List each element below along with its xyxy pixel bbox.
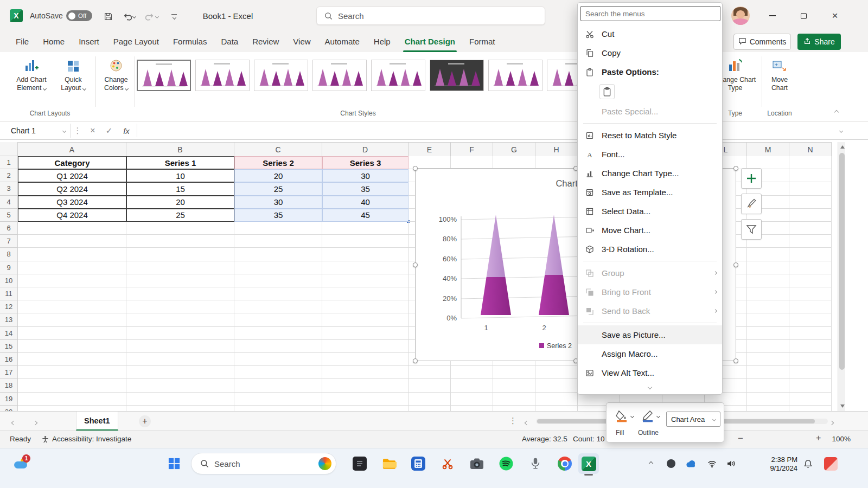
legend-label-series2[interactable]: Series 2 <box>547 342 572 350</box>
redo-button[interactable] <box>142 9 162 23</box>
zoom-level[interactable]: 100% <box>826 435 851 443</box>
tray-app-circle-icon[interactable] <box>663 453 679 474</box>
chart-handle-nw[interactable] <box>413 166 418 171</box>
cell-C2[interactable]: 20 <box>234 169 322 182</box>
quick-layout-button[interactable]: Quick Layout <box>58 56 89 92</box>
cell-C1[interactable]: Series 2 <box>234 156 322 169</box>
expand-formula-bar-icon[interactable] <box>834 124 847 138</box>
change-colors-button[interactable]: Change Colors <box>100 56 132 92</box>
menu-search-input[interactable] <box>580 6 720 21</box>
row-header-9[interactable]: 9 <box>0 261 18 274</box>
zoom-out-icon[interactable]: − <box>738 433 743 444</box>
collapse-ribbon-icon[interactable] <box>830 108 843 117</box>
cell-D2[interactable]: 30 <box>322 169 409 182</box>
row-header-17[interactable]: 17 <box>0 366 18 379</box>
share-button[interactable]: Share <box>797 34 841 50</box>
insert-function-icon[interactable]: fx <box>118 124 135 138</box>
cell-D4[interactable]: 40 <box>322 196 409 209</box>
cell-C4[interactable]: 30 <box>234 196 322 209</box>
cell-B1[interactable]: Series 1 <box>126 156 234 169</box>
file-explorer-icon[interactable] <box>379 453 399 474</box>
vertical-scroll-thumb[interactable] <box>839 153 845 370</box>
excel-app-icon[interactable]: X <box>10 9 23 22</box>
name-box-splitter-icon[interactable]: ⋮ <box>74 124 81 138</box>
taskbar-clock[interactable]: 2:38 PM 9/1/2024 <box>755 455 797 473</box>
scroll-down-icon[interactable] <box>840 404 845 408</box>
column-header-B[interactable]: B <box>126 143 234 157</box>
row-header-8[interactable]: 8 <box>0 248 18 261</box>
maximize-button[interactable] <box>791 0 816 31</box>
row-header-11[interactable]: 11 <box>0 287 18 300</box>
cell-B2[interactable]: 10 <box>126 169 234 182</box>
column-header-H[interactable]: H <box>535 143 578 157</box>
cancel-icon[interactable]: × <box>86 124 100 138</box>
cell-D5[interactable]: 45 <box>322 209 409 222</box>
chart-handle-se[interactable] <box>733 358 738 363</box>
row-header-3[interactable]: 3 <box>0 182 18 195</box>
autosave-toggle[interactable]: Off <box>66 10 92 21</box>
comments-button[interactable]: Comments <box>733 34 791 50</box>
sheet-bar-options-icon[interactable]: ⋮ <box>509 416 517 426</box>
fill-color-button[interactable] <box>615 409 634 422</box>
chart-handle-e[interactable] <box>733 262 738 267</box>
hscroll-left-icon[interactable] <box>525 417 528 427</box>
cell-D1[interactable]: Series 3 <box>322 156 409 169</box>
notifications-bell-icon[interactable] <box>800 453 816 474</box>
tab-help[interactable]: Help <box>367 31 398 52</box>
column-header-C[interactable]: C <box>234 143 322 157</box>
column-header-M[interactable]: M <box>747 143 789 157</box>
cell-B3[interactable]: 15 <box>126 182 234 195</box>
tab-chart-design[interactable]: Chart Design <box>398 31 462 52</box>
snipping-tool-icon[interactable] <box>437 453 458 474</box>
vertical-scrollbar[interactable] <box>838 142 845 411</box>
menu-item-copy[interactable]: Copy <box>578 43 722 62</box>
outline-color-button[interactable] <box>641 409 660 422</box>
wifi-icon[interactable] <box>703 453 720 474</box>
cell-B5[interactable]: 25 <box>126 209 234 222</box>
tab-view[interactable]: View <box>286 31 317 52</box>
pyramid2-series2-segment[interactable] <box>539 275 569 315</box>
cell-B4[interactable]: 20 <box>126 196 234 209</box>
row-header-10[interactable]: 10 <box>0 274 18 287</box>
tray-chevron-icon[interactable] <box>643 453 659 474</box>
chart-styles-button[interactable] <box>741 194 762 214</box>
menu-item-save-as-picture[interactable]: Save as Picture... <box>578 325 722 344</box>
menu-item-paste-special[interactable]: Paste Special... <box>578 102 722 121</box>
chart-style-thumbnail-7[interactable] <box>488 60 542 91</box>
column-header-G[interactable]: G <box>493 143 535 157</box>
row-header-2[interactable]: 2 <box>0 169 18 182</box>
menu-item-cut[interactable]: Cut <box>578 24 722 43</box>
tab-page-layout[interactable]: Page Layout <box>106 31 166 52</box>
add-sheet-button[interactable]: + <box>139 415 151 427</box>
paste-option-keep-formatting[interactable] <box>599 84 615 99</box>
chart-handle-w[interactable] <box>413 262 418 267</box>
tab-review[interactable]: Review <box>245 31 286 52</box>
widgets-icon[interactable]: 1 <box>11 453 31 474</box>
tab-format[interactable]: Format <box>462 31 502 52</box>
volume-icon[interactable] <box>723 453 740 474</box>
select-all-corner[interactable] <box>0 142 18 156</box>
customize-quick-access-icon[interactable] <box>166 9 182 23</box>
next-sheet-icon[interactable] <box>34 417 37 427</box>
menu-item-change-chart-type[interactable]: Change Chart Type... <box>578 164 722 183</box>
menu-item-font[interactable]: AFont... <box>578 145 722 164</box>
cell-A5[interactable]: Q4 2024 <box>18 209 126 222</box>
row-header-18[interactable]: 18 <box>0 379 18 392</box>
notepad-icon[interactable] <box>349 453 370 474</box>
row-header-12[interactable]: 12 <box>0 300 18 313</box>
menu-item-reset-to-match-style[interactable]: Reset to Match Style <box>578 126 722 145</box>
row-header-15[interactable]: 15 <box>0 340 18 353</box>
menu-item-save-as-template[interactable]: Save as Template... <box>578 183 722 202</box>
menu-item-send-to-back[interactable]: Send to Back <box>578 301 722 320</box>
chart-elements-button[interactable] <box>741 168 762 189</box>
row-header-19[interactable]: 19 <box>0 393 18 406</box>
cell-A3[interactable]: Q2 2024 <box>18 182 126 195</box>
tab-formulas[interactable]: Formulas <box>166 31 214 52</box>
cell-A4[interactable]: Q3 2024 <box>18 196 126 209</box>
tray-app-icon[interactable] <box>820 453 841 474</box>
row-header-7[interactable]: 7 <box>0 235 18 248</box>
chart-style-thumbnail-5[interactable] <box>371 60 425 91</box>
cell-C5[interactable]: 35 <box>234 209 322 222</box>
chart-filters-button[interactable] <box>741 219 762 240</box>
sheet-tab-sheet1[interactable]: Sheet1 <box>76 412 118 431</box>
